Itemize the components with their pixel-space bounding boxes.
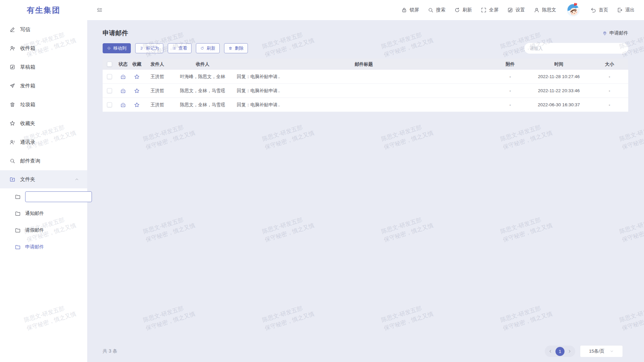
- view-label: 查看: [178, 45, 187, 51]
- cell-sender: 王洪哲: [144, 102, 171, 108]
- page-size-value: 15条/页: [589, 348, 604, 354]
- favorite-star-icon[interactable]: [134, 74, 140, 80]
- settings-label: 设置: [516, 7, 525, 13]
- folder-new-row: [0, 188, 87, 205]
- column-header-time: 时间: [527, 61, 591, 67]
- mail-read-icon[interactable]: [120, 88, 126, 94]
- sidebar-item-trash[interactable]: 垃圾箱: [0, 95, 87, 114]
- mail-read-icon[interactable]: [120, 74, 126, 80]
- prev-page-button[interactable]: [548, 349, 552, 353]
- fullscreen-icon: [481, 7, 487, 13]
- move-to-button[interactable]: 移动到: [103, 43, 131, 53]
- folder-icon: [15, 194, 21, 200]
- refresh-list-button[interactable]: 刷新: [196, 43, 220, 53]
- settings-button[interactable]: 设置: [507, 7, 525, 13]
- next-page-button[interactable]: [568, 349, 572, 353]
- sidebar-item-compose[interactable]: 写信: [0, 20, 87, 39]
- cell-size: -: [591, 74, 628, 79]
- search-button[interactable]: 搜索: [428, 7, 445, 13]
- current-user-name: 陈思文: [542, 7, 556, 13]
- sidebar-item-contacts[interactable]: 通讯录: [0, 133, 87, 152]
- table-row[interactable]: 王洪哲 叶海峰，陈思文，全林 回复：电脑补贴申请.. - 2022-11-28 …: [103, 70, 628, 84]
- favorite-star-icon[interactable]: [134, 88, 140, 94]
- pagination: 1: [545, 346, 575, 357]
- sidebar-item-label: 发件箱: [20, 83, 35, 89]
- user-avatar[interactable]: [566, 3, 580, 17]
- sidebar-item-label: 邮件查询: [20, 158, 40, 164]
- sidebar-folder-notice-mail[interactable]: 通知邮件: [0, 205, 87, 222]
- trash-icon: [9, 102, 15, 108]
- sidebar-item-label: 收件箱: [20, 45, 35, 52]
- send-icon: [9, 83, 15, 89]
- column-header-sender: 发件人: [144, 61, 171, 67]
- new-folder-name-input[interactable]: [25, 191, 92, 202]
- mark-as-label: 标记为: [146, 45, 159, 51]
- cell-recipients: 叶海峰，陈思文，全林: [171, 74, 234, 80]
- current-user-button[interactable]: 陈思文: [534, 7, 556, 13]
- cell-time: 2022-06-30 16:30:37: [527, 102, 591, 107]
- select-all-checkbox[interactable]: [107, 62, 112, 67]
- inbox-receive-icon: [9, 45, 15, 51]
- avatar-image: [566, 3, 580, 17]
- refresh-label: 刷新: [463, 7, 472, 13]
- column-header-recipients: 收件人: [171, 61, 234, 67]
- table-row[interactable]: 王洪哲 陈思文，全林，马雪瑶 回复：电脑补贴申请.. - 2022-11-22 …: [103, 84, 628, 98]
- sidebar-item-drafts[interactable]: 草稿箱: [0, 58, 87, 76]
- cell-attachment: -: [493, 88, 527, 93]
- menu-fold-icon: [97, 7, 103, 13]
- user-icon: [534, 7, 540, 13]
- delete-label: 删除: [235, 45, 244, 51]
- cell-time: 2022-11-22 20:33:46: [527, 88, 591, 93]
- view-button[interactable]: 查看: [168, 43, 192, 53]
- folder-label: 通知邮件: [25, 210, 44, 217]
- folder-label: 申请邮件: [25, 244, 44, 250]
- table-row[interactable]: 王洪哲 陈思文，全林，马雪瑶 回复：电脑补贴申请.. - 2022-06-30 …: [103, 98, 628, 112]
- favorite-star-icon[interactable]: [134, 102, 140, 108]
- search-label: 搜索: [436, 7, 445, 13]
- page-number-button[interactable]: 1: [555, 347, 565, 356]
- company-logo: 有生集团: [0, 0, 87, 20]
- sidebar-folder-leave-mail[interactable]: 请假邮件: [0, 222, 87, 239]
- table-footer: 共 3 条 1 15条/页: [103, 344, 628, 359]
- folder-plus-icon: [9, 176, 15, 182]
- home-button[interactable]: 首页: [590, 7, 608, 13]
- column-header-subject: 邮件标题: [234, 61, 493, 67]
- row-checkbox[interactable]: [107, 102, 112, 107]
- row-checkbox[interactable]: [107, 74, 112, 79]
- draft-icon: [9, 64, 15, 70]
- sidebar: 有生集团 写信 收件箱 草稿箱 发件箱 垃圾箱 收藏夹 通讯录: [0, 0, 87, 362]
- contacts-icon: [9, 139, 15, 145]
- move-to-label: 移动到: [113, 45, 126, 51]
- toolbar: 移动到 标记为 查看 刷新 删除: [103, 43, 628, 54]
- sidebar-item-inbox[interactable]: 收件箱: [0, 39, 87, 58]
- cell-attachment: -: [493, 102, 527, 107]
- chevron-up-icon: [74, 177, 79, 182]
- sidebar-item-label: 写信: [20, 26, 30, 33]
- sidebar-collapse-button[interactable]: [97, 7, 103, 13]
- star-icon: [9, 120, 15, 126]
- filter-search-input[interactable]: [524, 43, 628, 54]
- refresh-button[interactable]: 刷新: [454, 7, 472, 13]
- lock-screen-button[interactable]: 锁屏: [401, 7, 419, 13]
- logout-button[interactable]: 退出: [617, 7, 635, 13]
- sidebar-section-folders[interactable]: 文件夹: [0, 170, 87, 188]
- total-count: 共 3 条: [103, 348, 117, 354]
- move-to-icon: [107, 46, 111, 50]
- row-checkbox[interactable]: [107, 88, 112, 93]
- sidebar-item-mail-search[interactable]: 邮件查询: [0, 152, 87, 170]
- delete-button[interactable]: 删除: [224, 43, 248, 53]
- fullscreen-button[interactable]: 全屏: [481, 7, 498, 13]
- cell-sender: 王洪哲: [144, 88, 171, 94]
- lock-screen-label: 锁屏: [410, 7, 419, 13]
- content-column: 锁屏 搜索 刷新 全屏 设置: [87, 0, 644, 362]
- sidebar-item-favorites[interactable]: 收藏夹: [0, 114, 87, 133]
- mail-read-icon[interactable]: [120, 102, 126, 108]
- sidebar-item-label: 收藏夹: [20, 120, 35, 127]
- sidebar-item-sent[interactable]: 发件箱: [0, 76, 87, 95]
- cell-recipients: 陈思文，全林，马雪瑶: [171, 102, 234, 108]
- mark-as-button[interactable]: 标记为: [135, 43, 163, 53]
- cell-subject: 回复：电脑补贴申请..: [234, 102, 493, 108]
- sidebar-item-label: 通讯录: [20, 139, 35, 145]
- page-size-select[interactable]: 15条/页: [580, 345, 623, 357]
- sidebar-folder-application-mail[interactable]: 申请邮件: [0, 239, 87, 255]
